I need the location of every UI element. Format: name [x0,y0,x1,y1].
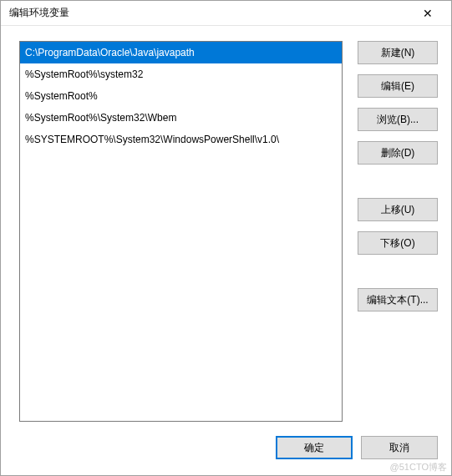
titlebar: 编辑环境变量 ✕ [1,1,451,26]
move-down-button[interactable]: 下移(O) [358,231,438,255]
ok-button[interactable]: 确定 [276,436,353,459]
move-up-button[interactable]: 上移(U) [358,198,438,221]
browse-button[interactable]: 浏览(B)... [358,108,438,131]
footer: 确定 取消 [1,432,451,475]
cancel-button[interactable]: 取消 [361,436,438,459]
list-item[interactable]: %SystemRoot%\System32\Wbem [20,107,342,129]
list-item[interactable]: %SystemRoot%\system32 [20,63,342,85]
list-item[interactable]: %SystemRoot% [20,85,342,107]
list-item[interactable]: C:\ProgramData\Oracle\Java\javapath [20,42,342,63]
new-button[interactable]: 新建(N) [358,41,438,64]
delete-button[interactable]: 删除(D) [358,141,438,165]
side-buttons: 新建(N) 编辑(E) 浏览(B)... 删除(D) 上移(U) 下移(O) 编… [358,41,438,423]
dialog-title: 编辑环境变量 [9,6,411,20]
list-wrap: C:\ProgramData\Oracle\Java\javapath %Sys… [19,41,343,423]
list-item[interactable]: %SYSTEMROOT%\System32\WindowsPowerShell\… [20,129,342,150]
path-listbox[interactable]: C:\ProgramData\Oracle\Java\javapath %Sys… [19,41,343,422]
edit-button[interactable]: 编辑(E) [358,74,438,98]
env-var-dialog: 编辑环境变量 ✕ C:\ProgramData\Oracle\Java\java… [0,0,452,476]
close-icon: ✕ [423,7,433,20]
edit-text-button[interactable]: 编辑文本(T)... [358,288,438,311]
close-button[interactable]: ✕ [411,2,444,25]
content-area: C:\ProgramData\Oracle\Java\javapath %Sys… [1,26,451,432]
